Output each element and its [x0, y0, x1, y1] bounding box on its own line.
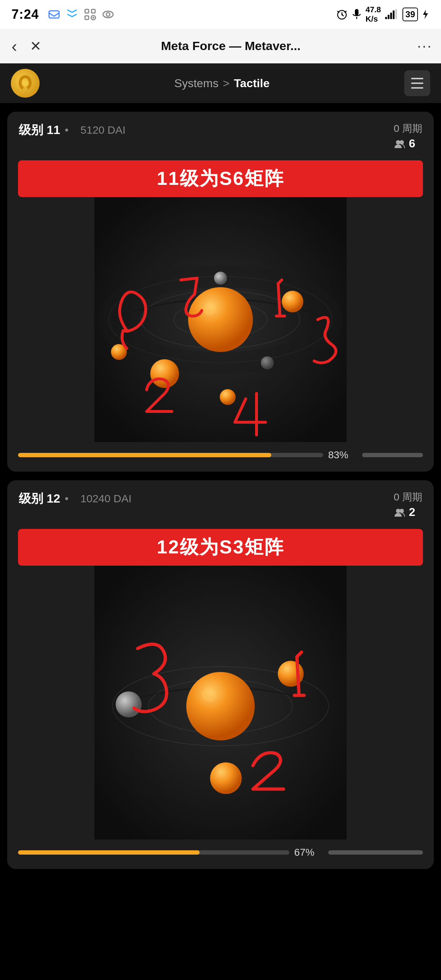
svg-point-25	[214, 272, 227, 285]
breadcrumb-current: Tactile	[234, 77, 269, 90]
svg-point-30	[261, 356, 274, 369]
svg-point-15	[22, 80, 28, 86]
signal-speed: 47.8K/s	[365, 5, 381, 24]
svg-point-24	[203, 302, 216, 315]
card-level-11: 级别 11 5120 DAI 0 周期 6 11级为S6矩阵	[7, 112, 434, 472]
mic-icon	[352, 8, 362, 21]
scan-icon	[84, 8, 97, 21]
progress-row-1: 83%	[7, 442, 434, 472]
menu-icon	[411, 87, 423, 89]
more-button[interactable]: ···	[417, 38, 432, 54]
browser-bar: ‹ ✕ Meta Force — Metaver... ···	[0, 29, 441, 64]
card2-info-right: 0 周期 2	[394, 490, 422, 519]
progress-row-2: 67%	[7, 840, 434, 869]
status-time: 7:24	[11, 7, 39, 22]
charging-icon	[422, 9, 430, 20]
svg-rect-1	[85, 10, 89, 13]
users-icon	[394, 139, 406, 149]
solar-system-2	[7, 566, 434, 840]
svg-rect-12	[390, 13, 392, 19]
card2-level-text: 级别 12	[19, 490, 60, 507]
breadcrumb-separator: >	[223, 77, 230, 90]
notification-icon	[48, 8, 60, 21]
card-info-right: 0 周期 6	[394, 122, 422, 150]
status-icons-left	[48, 8, 115, 21]
svg-rect-2	[92, 10, 95, 13]
breadcrumb-parent: Systems	[174, 77, 219, 90]
svg-point-17	[400, 140, 404, 145]
svg-point-37	[202, 687, 216, 702]
progress-label-2: 67%	[295, 847, 323, 858]
svg-rect-14	[395, 9, 397, 19]
svg-point-27	[282, 291, 303, 312]
progress-track-1	[18, 453, 323, 457]
app-logo	[11, 69, 40, 98]
card-level-12: 级别 12 10240 DAI 0 周期 2 12级为S3矩阵	[7, 480, 434, 869]
progress-track-2	[18, 850, 289, 854]
svg-point-32	[400, 509, 404, 513]
svg-point-26	[150, 359, 179, 388]
progress-label-1: 83%	[328, 449, 357, 461]
breadcrumb: Systems > Tactile	[40, 77, 404, 90]
svg-rect-8	[355, 9, 358, 16]
card1-banner: 11级为S6矩阵	[18, 160, 423, 197]
card-info-row: 级别 11 5120 DAI 0 周期 6	[7, 112, 434, 156]
back-button[interactable]: ‹	[9, 35, 20, 57]
svg-point-6	[106, 13, 110, 16]
card2-dai-text: 10240 DAI	[80, 493, 132, 505]
card-dai-text: 5120 DAI	[80, 124, 126, 136]
menu-button[interactable]	[404, 70, 430, 96]
card2-users: 2	[394, 506, 422, 519]
progress-fill-1	[18, 453, 271, 457]
card2-period: 0 周期	[394, 490, 422, 504]
close-button[interactable]: ✕	[27, 37, 44, 56]
progress-track-remainder-1	[362, 453, 423, 457]
svg-point-28	[220, 389, 236, 405]
card2-info-left: 级别 12 10240 DAI	[19, 490, 132, 507]
card2-info-row: 级别 12 10240 DAI 0 周期 2	[7, 480, 434, 525]
browser-title: Meta Force — Metaver...	[51, 39, 410, 53]
dot-separator-2	[65, 497, 68, 500]
eye-icon	[102, 8, 115, 21]
svg-rect-11	[388, 15, 390, 19]
svg-rect-13	[393, 10, 395, 19]
card-users: 6	[394, 137, 422, 150]
menu-icon	[411, 78, 423, 79]
svg-point-40	[116, 691, 142, 718]
status-icons-right: 47.8K/s 39	[336, 5, 430, 24]
card2-banner: 12级为S3矩阵	[18, 529, 423, 566]
dot-separator	[65, 129, 68, 132]
users-icon-2	[394, 507, 406, 517]
solar-system-1	[7, 197, 434, 442]
menu-icon	[411, 83, 423, 84]
card-level-text: 级别 11	[19, 122, 60, 138]
app-header: Systems > Tactile	[0, 64, 441, 103]
svg-rect-3	[85, 16, 89, 19]
progress-fill-2	[18, 850, 200, 854]
svg-rect-10	[385, 17, 387, 19]
svg-point-23	[188, 287, 253, 352]
app-icon-blue	[65, 8, 78, 21]
battery-indicator: 39	[403, 8, 418, 21]
card-info-left: 级别 11 5120 DAI	[19, 122, 126, 138]
status-bar: 7:24 47.8K/s 39	[0, 0, 441, 29]
svg-point-36	[186, 672, 255, 740]
signal-bars	[384, 9, 399, 20]
alarm-icon	[336, 8, 348, 21]
svg-point-39	[210, 762, 242, 794]
card-period: 0 周期	[394, 122, 422, 135]
progress-track-remainder-2	[328, 850, 423, 854]
